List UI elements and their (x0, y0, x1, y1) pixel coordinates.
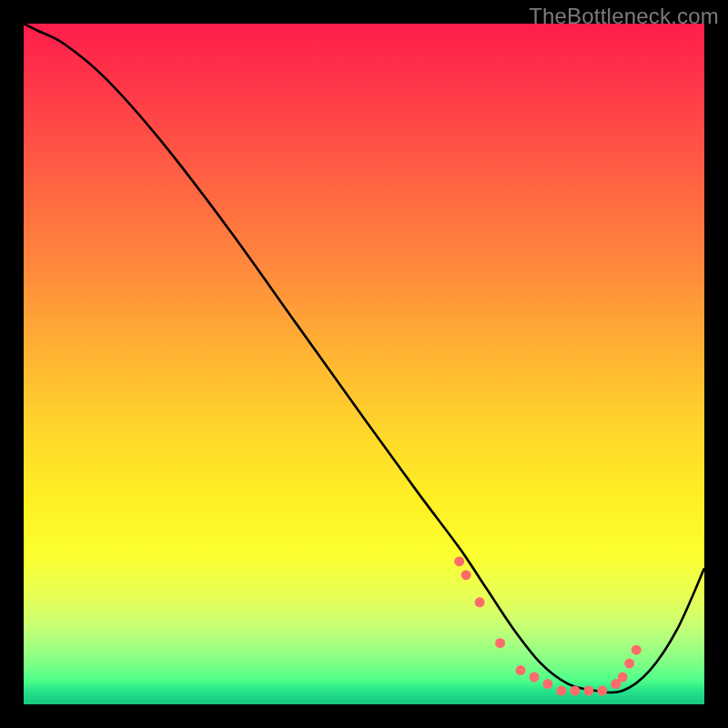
marker-dot (597, 686, 607, 696)
chart-frame: TheBottleneck.com (0, 0, 728, 728)
curve-svg (24, 24, 704, 704)
marker-dot (516, 665, 526, 675)
marker-dot (570, 686, 580, 696)
marker-dot (461, 570, 471, 580)
marker-dot (530, 672, 540, 682)
bottleneck-curve (24, 24, 704, 693)
marker-dot (618, 672, 628, 682)
marker-dot (495, 638, 505, 648)
marker-dot (583, 686, 593, 696)
marker-dot (624, 659, 634, 669)
marker-dot (542, 679, 552, 689)
marker-dot (632, 645, 642, 655)
plot-area (24, 24, 704, 704)
marker-dot (475, 597, 485, 607)
marker-group (454, 556, 641, 695)
marker-dot (556, 686, 566, 696)
marker-dot (454, 556, 464, 566)
